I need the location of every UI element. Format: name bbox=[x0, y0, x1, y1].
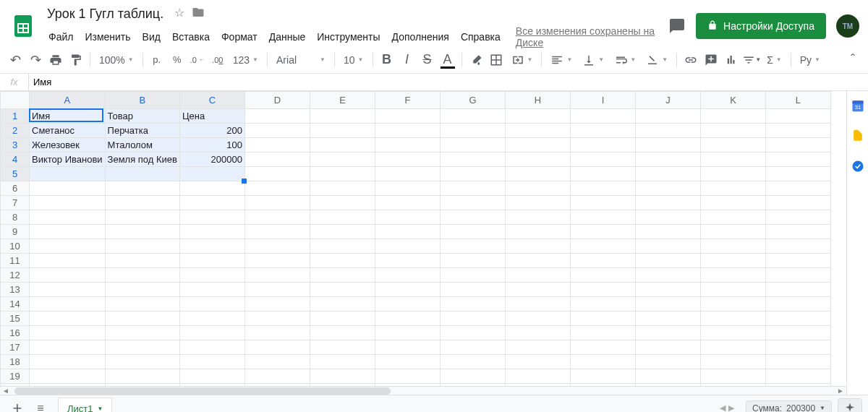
cell-F6[interactable] bbox=[375, 181, 440, 196]
cell-J6[interactable] bbox=[635, 181, 700, 196]
cell-I15[interactable] bbox=[570, 312, 635, 326]
cell-G6[interactable] bbox=[440, 181, 505, 196]
cell-A15[interactable] bbox=[30, 312, 106, 326]
cell-G19[interactable] bbox=[440, 369, 505, 384]
cell-E15[interactable] bbox=[310, 312, 375, 326]
cell-K16[interactable] bbox=[700, 326, 765, 340]
cell-E4[interactable] bbox=[310, 153, 375, 167]
cell-L15[interactable] bbox=[765, 312, 830, 326]
row-header-14[interactable]: 14 bbox=[1, 297, 30, 312]
cell-K17[interactable] bbox=[700, 340, 765, 355]
cell-L9[interactable] bbox=[765, 225, 830, 239]
cell-L14[interactable] bbox=[765, 297, 830, 312]
cell-K12[interactable] bbox=[700, 268, 765, 283]
cell-I1[interactable] bbox=[570, 109, 635, 124]
insert-chart-button[interactable] bbox=[722, 51, 741, 69]
row-header-9[interactable]: 9 bbox=[1, 225, 30, 239]
cell-C18[interactable] bbox=[179, 355, 244, 369]
rotate-dropdown[interactable]: ▼ bbox=[642, 51, 672, 69]
cell-L7[interactable] bbox=[765, 196, 830, 210]
doc-title[interactable]: Урок 1 Гугл таблиц. bbox=[43, 4, 167, 24]
cell-L16[interactable] bbox=[765, 326, 830, 340]
cell-G16[interactable] bbox=[440, 326, 505, 340]
cell-E5[interactable] bbox=[310, 167, 375, 181]
row-header-13[interactable]: 13 bbox=[1, 283, 30, 297]
row-header-19[interactable]: 19 bbox=[1, 369, 30, 384]
cell-H16[interactable] bbox=[505, 326, 570, 340]
cell-D3[interactable] bbox=[244, 138, 310, 153]
cell-I6[interactable] bbox=[570, 181, 635, 196]
cell-D8[interactable] bbox=[244, 210, 310, 225]
cell-E14[interactable] bbox=[310, 297, 375, 312]
sheet-tab-menu-icon[interactable]: ▼ bbox=[97, 405, 103, 412]
cell-D9[interactable] bbox=[244, 225, 310, 239]
cell-I12[interactable] bbox=[570, 268, 635, 283]
cell-I7[interactable] bbox=[570, 196, 635, 210]
cell-I17[interactable] bbox=[570, 340, 635, 355]
cell-A9[interactable] bbox=[30, 225, 106, 239]
cell-E2[interactable] bbox=[310, 124, 375, 138]
scroll-thumb[interactable] bbox=[14, 387, 391, 395]
cell-K11[interactable] bbox=[700, 254, 765, 268]
cell-D4[interactable] bbox=[244, 153, 310, 167]
cell-B19[interactable] bbox=[105, 369, 179, 384]
cell-G4[interactable] bbox=[440, 153, 505, 167]
cell-H12[interactable] bbox=[505, 268, 570, 283]
quicksum-dropdown[interactable]: Сумма: 200300 ▼ bbox=[746, 400, 832, 413]
format-percent-button[interactable]: % bbox=[168, 51, 187, 69]
cell-E7[interactable] bbox=[310, 196, 375, 210]
cell-C7[interactable] bbox=[179, 196, 244, 210]
cell-L13[interactable] bbox=[765, 283, 830, 297]
cell-K2[interactable] bbox=[700, 124, 765, 138]
row-header-16[interactable]: 16 bbox=[1, 326, 30, 340]
cell-A4[interactable]: Виктор Иванови bbox=[30, 153, 106, 167]
cell-K6[interactable] bbox=[700, 181, 765, 196]
cell-D18[interactable] bbox=[244, 355, 310, 369]
scroll-left-button[interactable]: ◄ bbox=[0, 387, 12, 395]
cell-A18[interactable] bbox=[30, 355, 106, 369]
cell-E13[interactable] bbox=[310, 283, 375, 297]
menu-insert[interactable]: Вставка bbox=[167, 28, 215, 46]
cell-D19[interactable] bbox=[244, 369, 310, 384]
column-header-C[interactable]: C bbox=[179, 92, 244, 109]
cell-G15[interactable] bbox=[440, 312, 505, 326]
cell-F7[interactable] bbox=[375, 196, 440, 210]
cell-E18[interactable] bbox=[310, 355, 375, 369]
cell-G17[interactable] bbox=[440, 340, 505, 355]
calendar-icon[interactable]: 31 bbox=[851, 98, 865, 113]
cell-F11[interactable] bbox=[375, 254, 440, 268]
cell-D5[interactable] bbox=[244, 167, 310, 181]
italic-button[interactable]: I bbox=[398, 51, 417, 69]
cell-A17[interactable] bbox=[30, 340, 106, 355]
row-header-8[interactable]: 8 bbox=[1, 210, 30, 225]
cell-B8[interactable] bbox=[105, 210, 179, 225]
cell-C6[interactable] bbox=[179, 181, 244, 196]
cell-L4[interactable] bbox=[765, 153, 830, 167]
more-formats-dropdown[interactable]: 123▼ bbox=[229, 51, 263, 69]
cell-H13[interactable] bbox=[505, 283, 570, 297]
cell-B2[interactable]: Перчатка bbox=[105, 124, 179, 138]
menu-tools[interactable]: Инструменты bbox=[312, 28, 385, 46]
cell-L11[interactable] bbox=[765, 254, 830, 268]
cell-H2[interactable] bbox=[505, 124, 570, 138]
cell-G8[interactable] bbox=[440, 210, 505, 225]
cell-D17[interactable] bbox=[244, 340, 310, 355]
cell-K3[interactable] bbox=[700, 138, 765, 153]
cell-I10[interactable] bbox=[570, 239, 635, 254]
cell-G14[interactable] bbox=[440, 297, 505, 312]
cell-L3[interactable] bbox=[765, 138, 830, 153]
cell-E17[interactable] bbox=[310, 340, 375, 355]
cell-K1[interactable] bbox=[700, 109, 765, 124]
cell-H7[interactable] bbox=[505, 196, 570, 210]
cell-B14[interactable] bbox=[105, 297, 179, 312]
cell-I19[interactable] bbox=[570, 369, 635, 384]
cell-C4[interactable]: 200000 bbox=[179, 153, 244, 167]
cell-G9[interactable] bbox=[440, 225, 505, 239]
column-header-K[interactable]: K bbox=[700, 92, 765, 109]
cell-H11[interactable] bbox=[505, 254, 570, 268]
cell-H15[interactable] bbox=[505, 312, 570, 326]
cell-L10[interactable] bbox=[765, 239, 830, 254]
cell-A10[interactable] bbox=[30, 239, 106, 254]
cell-F12[interactable] bbox=[375, 268, 440, 283]
column-header-J[interactable]: J bbox=[635, 92, 700, 109]
